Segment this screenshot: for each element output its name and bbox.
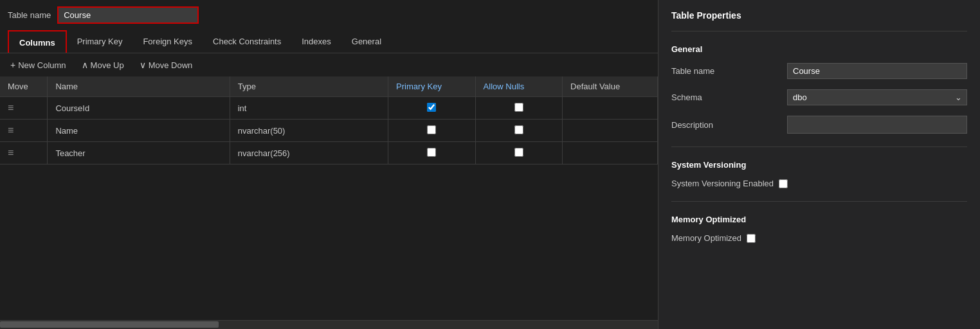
system-versioning-row: System Versioning Enabled: [671, 179, 967, 188]
divider-memory: [671, 201, 967, 202]
cell-type-teacher[interactable]: nvarchar(256): [230, 142, 388, 164]
property-input-table-name[interactable]: [787, 63, 967, 79]
col-header-nulls: Allow Nulls: [475, 76, 563, 97]
move-icon: ≡: [8, 147, 12, 158]
move-handle-courseid[interactable]: ≡: [0, 97, 48, 120]
cell-name-teacher[interactable]: Teacher: [48, 142, 230, 164]
table-row: ≡ Teacher nvarchar(256): [0, 142, 658, 164]
panel-title: Table Properties: [671, 10, 967, 21]
null-checkbox-name[interactable]: [514, 125, 523, 134]
horizontal-scrollbar[interactable]: [0, 320, 658, 329]
col-header-pk: Primary Key: [388, 76, 476, 97]
null-checkbox-teacher[interactable]: [514, 148, 523, 157]
move-down-button[interactable]: ∨ Move Down: [137, 58, 195, 71]
tab-primary-key[interactable]: Primary Key: [67, 30, 133, 53]
col-header-move: Move: [0, 76, 48, 97]
property-row-schema: Schema dbo sys guest ⌄: [671, 89, 967, 105]
property-label-schema: Schema: [671, 93, 787, 102]
plus-icon: +: [10, 60, 15, 70]
schema-select[interactable]: dbo sys guest: [787, 89, 967, 105]
pk-checkbox-courseid[interactable]: [427, 103, 436, 112]
columns-table: Move Name Type Primary Key Allow Nulls D…: [0, 76, 658, 320]
memory-optimized-row: Memory Optimized: [671, 233, 967, 243]
move-icon: ≡: [8, 125, 12, 136]
tab-indexes[interactable]: Indexes: [291, 30, 341, 53]
general-section-header: General: [671, 44, 967, 54]
scroll-thumb[interactable]: [0, 321, 219, 328]
chevron-down-icon: ∨: [140, 60, 146, 70]
chevron-up-icon: ∧: [82, 60, 88, 70]
property-input-description[interactable]: [787, 116, 967, 134]
property-row-table-name: Table name: [671, 63, 967, 79]
divider-versioning: [671, 147, 967, 147]
cell-name-name[interactable]: Name: [48, 120, 230, 142]
property-label-description: Description: [671, 120, 787, 130]
new-column-button[interactable]: + New Column: [8, 58, 69, 71]
tab-foreign-keys[interactable]: Foreign Keys: [132, 30, 203, 53]
property-label-table-name: Table name: [671, 66, 787, 76]
cell-null-teacher: [475, 142, 563, 164]
memory-optimized-label: Memory Optimized: [671, 233, 741, 243]
cell-null-courseid: [475, 97, 563, 120]
tab-check-constraints[interactable]: Check Constraints: [203, 30, 291, 53]
table-row: ≡ Name nvarchar(50): [0, 120, 658, 142]
pk-checkbox-name[interactable]: [427, 125, 436, 134]
null-checkbox-courseid[interactable]: [514, 103, 523, 112]
main-container: Table name Columns Primary Key Foreign K…: [0, 0, 980, 329]
col-header-default: Default Value: [563, 76, 658, 97]
cell-type-courseid[interactable]: int: [230, 97, 388, 120]
tab-general[interactable]: General: [341, 30, 392, 53]
system-versioning-checkbox[interactable]: [779, 179, 788, 188]
left-panel: Table name Columns Primary Key Foreign K…: [0, 0, 658, 329]
move-up-button[interactable]: ∧ Move Up: [79, 58, 127, 71]
cell-default-courseid[interactable]: [563, 97, 658, 120]
cell-name-courseid[interactable]: CourseId: [48, 97, 230, 120]
table-name-row: Table name: [0, 0, 658, 30]
system-versioning-header: System Versioning: [671, 160, 967, 170]
table-name-label: Table name: [8, 10, 51, 20]
memory-optimized-checkbox[interactable]: [747, 234, 756, 243]
col-header-type: Type: [230, 76, 388, 97]
cell-default-name[interactable]: [563, 120, 658, 142]
pk-checkbox-teacher[interactable]: [427, 148, 436, 157]
tab-columns[interactable]: Columns: [8, 30, 67, 53]
cell-pk-courseid: [388, 97, 476, 120]
cell-default-teacher[interactable]: [563, 142, 658, 164]
table-name-input[interactable]: [57, 6, 199, 24]
memory-optimized-header: Memory Optimized: [671, 215, 967, 224]
cell-pk-teacher: [388, 142, 476, 164]
columns-data-table: Move Name Type Primary Key Allow Nulls D…: [0, 76, 658, 164]
right-panel: Table Properties General Table name Sche…: [658, 0, 980, 329]
cell-type-name[interactable]: nvarchar(50): [230, 120, 388, 142]
tabs-row: Columns Primary Key Foreign Keys Check C…: [0, 30, 658, 53]
system-versioning-label: System Versioning Enabled: [671, 179, 774, 188]
move-handle-teacher[interactable]: ≡: [0, 142, 48, 164]
cell-null-name: [475, 120, 563, 142]
table-row: ≡ CourseId int: [0, 97, 658, 120]
schema-select-wrapper: dbo sys guest ⌄: [787, 89, 967, 105]
property-row-description: Description: [671, 116, 967, 134]
cell-pk-name: [388, 120, 476, 142]
divider-general: [671, 31, 967, 31]
move-handle-name[interactable]: ≡: [0, 120, 48, 142]
col-header-name: Name: [48, 76, 230, 97]
move-icon: ≡: [8, 102, 12, 113]
toolbar-row: + New Column ∧ Move Up ∨ Move Down: [0, 53, 658, 76]
